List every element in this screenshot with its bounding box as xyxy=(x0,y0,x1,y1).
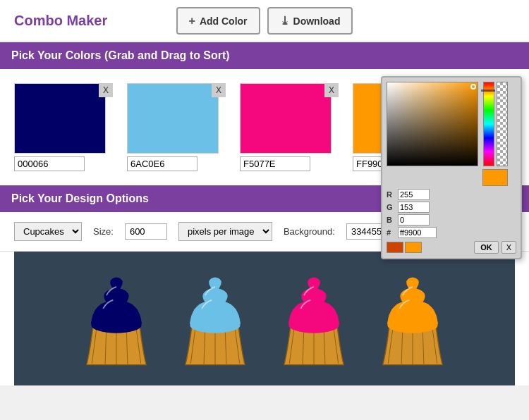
download-icon: ⤓ xyxy=(280,14,289,27)
picker-buttons: OK X xyxy=(474,241,516,254)
r-input[interactable] xyxy=(398,189,430,200)
add-color-label: Add Color xyxy=(200,16,248,27)
color-card-3: X xyxy=(240,83,339,171)
prev-new-color xyxy=(405,242,422,253)
hex-input[interactable] xyxy=(398,227,437,238)
picker-field-r: R xyxy=(387,189,516,200)
size-input[interactable] xyxy=(125,223,167,240)
color-swatch-2[interactable] xyxy=(127,83,219,154)
color-card-2: X xyxy=(127,83,226,171)
picker-fields: R G B # xyxy=(387,189,516,238)
download-button[interactable]: ⤓ Download xyxy=(267,7,353,35)
remove-color-1-button[interactable]: X xyxy=(99,83,113,97)
picker-field-b: B xyxy=(387,214,516,226)
hue-bar[interactable] xyxy=(483,82,494,166)
header-buttons: + Add Color ⤓ Download xyxy=(176,7,353,35)
picker-top xyxy=(387,82,516,186)
cupcake-2 xyxy=(169,266,261,371)
picker-ok-button[interactable]: OK xyxy=(474,241,499,254)
b-label: B xyxy=(387,216,395,224)
picker-cancel-button[interactable]: X xyxy=(501,241,516,254)
picker-field-hex: # xyxy=(387,227,516,238)
picker-field-g: G xyxy=(387,202,516,213)
shape-select[interactable]: Cupcakes Stars Hearts Circles xyxy=(14,222,82,241)
picker-gradient-inner xyxy=(387,82,478,166)
prev-old-color xyxy=(387,242,403,253)
hash-label: # xyxy=(387,228,395,237)
color-swatch-1[interactable] xyxy=(14,83,106,154)
colors-area: X X X X xyxy=(0,69,529,185)
b-input[interactable] xyxy=(398,214,430,226)
r-label: R xyxy=(387,190,395,199)
picker-preview-bar: OK X xyxy=(387,241,516,254)
hue-cursor xyxy=(481,89,495,92)
color-input-3[interactable] xyxy=(240,156,310,171)
alpha-bar[interactable] xyxy=(497,82,508,166)
plus-icon: + xyxy=(189,15,195,27)
preview-area xyxy=(14,252,515,385)
picker-gradient[interactable] xyxy=(387,82,478,166)
cupcake-4 xyxy=(367,266,458,371)
size-unit-select[interactable]: pixels per image total width xyxy=(178,222,272,241)
color-swatch-3[interactable] xyxy=(240,83,332,154)
app-title: Combo Maker xyxy=(14,13,107,29)
color-picker-popup: R G B # xyxy=(381,76,522,259)
design-header-text: Pick Your Design Options xyxy=(11,192,149,204)
cupcake-1 xyxy=(71,266,162,371)
add-color-button[interactable]: + Add Color xyxy=(176,7,260,35)
color-input-1[interactable] xyxy=(14,156,85,171)
color-preview-box xyxy=(482,169,508,186)
g-input[interactable] xyxy=(398,202,430,213)
size-label: Size: xyxy=(93,226,114,237)
remove-color-3-button[interactable]: X xyxy=(324,83,339,97)
picker-cursor xyxy=(470,84,476,89)
background-label: Background: xyxy=(284,226,335,237)
colors-section-header: Pick Your Colors (Grab and Drag to Sort) xyxy=(0,42,529,69)
g-label: G xyxy=(387,203,395,211)
remove-color-2-button[interactable]: X xyxy=(212,83,226,97)
prev-colors xyxy=(387,242,422,253)
color-input-2[interactable] xyxy=(127,156,197,171)
download-label: Download xyxy=(293,16,341,27)
colors-header-text: Pick Your Colors (Grab and Drag to Sort) xyxy=(11,49,230,61)
cupcake-3 xyxy=(268,266,360,371)
color-card-1: X xyxy=(14,83,113,171)
picker-right xyxy=(482,82,508,186)
